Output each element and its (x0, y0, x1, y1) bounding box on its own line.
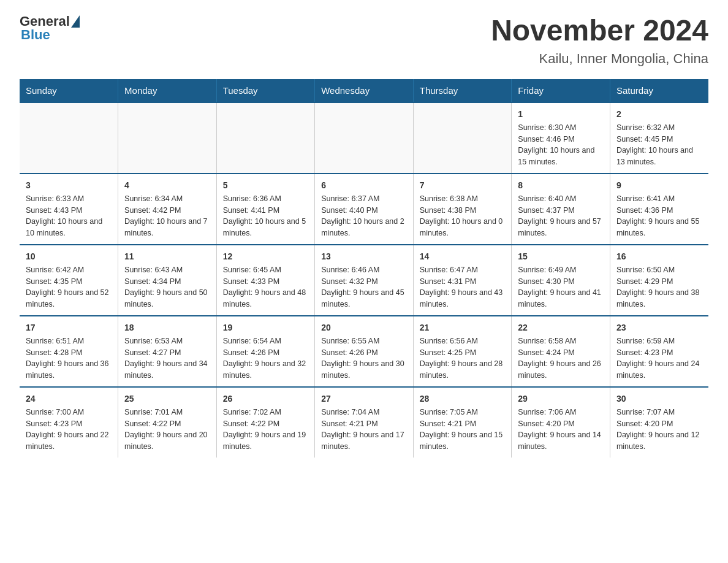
sunrise-text: Sunrise: 6:56 AM (420, 335, 506, 347)
daylight-text: Daylight: 10 hours and 15 minutes. (518, 145, 604, 168)
calendar-cell: 4Sunrise: 6:34 AMSunset: 4:42 PMDaylight… (118, 174, 217, 245)
daylight-text: Daylight: 9 hours and 12 minutes. (616, 429, 702, 453)
sunset-text: Sunset: 4:22 PM (124, 418, 210, 430)
day-number: 20 (321, 321, 407, 334)
calendar-cell: 12Sunrise: 6:45 AMSunset: 4:33 PMDayligh… (216, 245, 315, 316)
sunrise-text: Sunrise: 6:53 AM (124, 335, 210, 347)
calendar-row-1: 3Sunrise: 6:33 AMSunset: 4:43 PMDaylight… (20, 174, 708, 245)
daylight-text: Daylight: 9 hours and 41 minutes. (518, 287, 604, 310)
daylight-text: Daylight: 10 hours and 2 minutes. (321, 216, 407, 239)
calendar-cell: 23Sunrise: 6:59 AMSunset: 4:23 PMDayligh… (610, 316, 708, 387)
sunrise-text: Sunrise: 6:49 AM (518, 264, 604, 276)
day-number: 2 (616, 108, 702, 121)
daylight-text: Daylight: 9 hours and 22 minutes. (26, 429, 112, 453)
day-number: 27 (321, 393, 407, 405)
calendar-row-0: 1Sunrise: 6:30 AMSunset: 4:46 PMDaylight… (20, 102, 708, 174)
page-header: General Blue November 2024 Kailu, Inner … (20, 15, 708, 67)
daylight-text: Daylight: 9 hours and 57 minutes. (518, 216, 604, 239)
daylight-text: Daylight: 9 hours and 24 minutes. (616, 358, 702, 381)
sunset-text: Sunset: 4:32 PM (321, 276, 407, 288)
calendar-cell: 3Sunrise: 6:33 AMSunset: 4:43 PMDaylight… (20, 174, 118, 245)
day-number: 23 (616, 321, 702, 334)
daylight-text: Daylight: 9 hours and 43 minutes. (420, 287, 506, 310)
sunset-text: Sunset: 4:42 PM (124, 205, 210, 216)
sunset-text: Sunset: 4:38 PM (420, 205, 506, 216)
calendar-cell (315, 102, 414, 174)
sunset-text: Sunset: 4:20 PM (616, 418, 702, 430)
day-number: 4 (124, 179, 210, 192)
daylight-text: Daylight: 10 hours and 13 minutes. (616, 145, 702, 168)
daylight-text: Daylight: 9 hours and 30 minutes. (321, 358, 407, 381)
sunrise-text: Sunrise: 6:38 AM (420, 193, 506, 205)
sunset-text: Sunset: 4:27 PM (124, 347, 210, 359)
sunset-text: Sunset: 4:21 PM (420, 418, 506, 430)
daylight-text: Daylight: 9 hours and 14 minutes. (518, 429, 604, 453)
sunrise-text: Sunrise: 6:41 AM (616, 193, 702, 205)
sunrise-text: Sunrise: 6:54 AM (223, 335, 309, 347)
calendar-subtitle: Kailu, Inner Mongolia, China (491, 51, 708, 67)
day-number: 13 (321, 250, 407, 263)
day-number: 29 (518, 393, 604, 405)
sunset-text: Sunset: 4:28 PM (26, 347, 112, 359)
calendar-cell: 28Sunrise: 7:05 AMSunset: 4:21 PMDayligh… (413, 387, 512, 458)
sunset-text: Sunset: 4:24 PM (518, 347, 604, 359)
day-number: 25 (124, 393, 210, 405)
logo: General Blue (20, 15, 81, 43)
calendar-cell: 27Sunrise: 7:04 AMSunset: 4:21 PMDayligh… (315, 387, 414, 458)
daylight-text: Daylight: 9 hours and 20 minutes. (124, 429, 210, 453)
day-number: 14 (420, 250, 506, 263)
day-number: 7 (420, 179, 506, 192)
day-number: 9 (616, 179, 702, 192)
sunrise-text: Sunrise: 6:58 AM (518, 335, 604, 347)
sunset-text: Sunset: 4:34 PM (124, 276, 210, 288)
sunrise-text: Sunrise: 6:46 AM (321, 264, 407, 276)
calendar-header-row: SundayMondayTuesdayWednesdayThursdayFrid… (20, 79, 708, 102)
sunset-text: Sunset: 4:46 PM (518, 134, 604, 145)
sunset-text: Sunset: 4:31 PM (420, 276, 506, 288)
calendar-day-header-tuesday: Tuesday (216, 79, 315, 102)
calendar-cell: 1Sunrise: 6:30 AMSunset: 4:46 PMDaylight… (512, 102, 610, 174)
daylight-text: Daylight: 9 hours and 38 minutes. (616, 287, 702, 310)
sunset-text: Sunset: 4:29 PM (616, 276, 702, 288)
calendar-day-header-thursday: Thursday (413, 79, 512, 102)
sunset-text: Sunset: 4:37 PM (518, 205, 604, 216)
calendar-day-header-monday: Monday (118, 79, 217, 102)
calendar-cell: 2Sunrise: 6:32 AMSunset: 4:45 PMDaylight… (610, 102, 708, 174)
calendar-cell: 5Sunrise: 6:36 AMSunset: 4:41 PMDaylight… (216, 174, 315, 245)
calendar-cell: 13Sunrise: 6:46 AMSunset: 4:32 PMDayligh… (315, 245, 414, 316)
sunset-text: Sunset: 4:26 PM (223, 347, 309, 359)
daylight-text: Daylight: 9 hours and 55 minutes. (616, 216, 702, 239)
daylight-text: Daylight: 9 hours and 45 minutes. (321, 287, 407, 310)
sunrise-text: Sunrise: 6:45 AM (223, 264, 309, 276)
day-number: 17 (26, 321, 112, 334)
day-number: 8 (518, 179, 604, 192)
day-number: 22 (518, 321, 604, 334)
sunrise-text: Sunrise: 6:30 AM (518, 122, 604, 134)
sunrise-text: Sunrise: 6:36 AM (223, 193, 309, 205)
sunrise-text: Sunrise: 6:37 AM (321, 193, 407, 205)
calendar-cell: 26Sunrise: 7:02 AMSunset: 4:22 PMDayligh… (216, 387, 315, 458)
daylight-text: Daylight: 9 hours and 48 minutes. (223, 287, 309, 310)
calendar-cell: 14Sunrise: 6:47 AMSunset: 4:31 PMDayligh… (413, 245, 512, 316)
sunset-text: Sunset: 4:40 PM (321, 205, 407, 216)
sunrise-text: Sunrise: 7:04 AM (321, 407, 407, 418)
sunrise-text: Sunrise: 7:00 AM (26, 407, 112, 418)
sunrise-text: Sunrise: 6:34 AM (124, 193, 210, 205)
daylight-text: Daylight: 10 hours and 5 minutes. (223, 216, 309, 239)
daylight-text: Daylight: 9 hours and 50 minutes. (124, 287, 210, 310)
logo-blue-text: Blue (21, 27, 50, 43)
title-block: November 2024 Kailu, Inner Mongolia, Chi… (491, 15, 708, 67)
calendar-cell: 8Sunrise: 6:40 AMSunset: 4:37 PMDaylight… (512, 174, 610, 245)
sunset-text: Sunset: 4:23 PM (616, 347, 702, 359)
sunrise-text: Sunrise: 6:42 AM (26, 264, 112, 276)
calendar-cell: 9Sunrise: 6:41 AMSunset: 4:36 PMDaylight… (610, 174, 708, 245)
daylight-text: Daylight: 10 hours and 0 minutes. (420, 216, 506, 239)
calendar-cell: 30Sunrise: 7:07 AMSunset: 4:20 PMDayligh… (610, 387, 708, 458)
day-number: 26 (223, 393, 309, 405)
day-number: 3 (26, 179, 112, 192)
calendar-day-header-wednesday: Wednesday (315, 79, 414, 102)
calendar-cell: 6Sunrise: 6:37 AMSunset: 4:40 PMDaylight… (315, 174, 414, 245)
daylight-text: Daylight: 9 hours and 17 minutes. (321, 429, 407, 453)
day-number: 11 (124, 250, 210, 263)
sunrise-text: Sunrise: 6:51 AM (26, 335, 112, 347)
